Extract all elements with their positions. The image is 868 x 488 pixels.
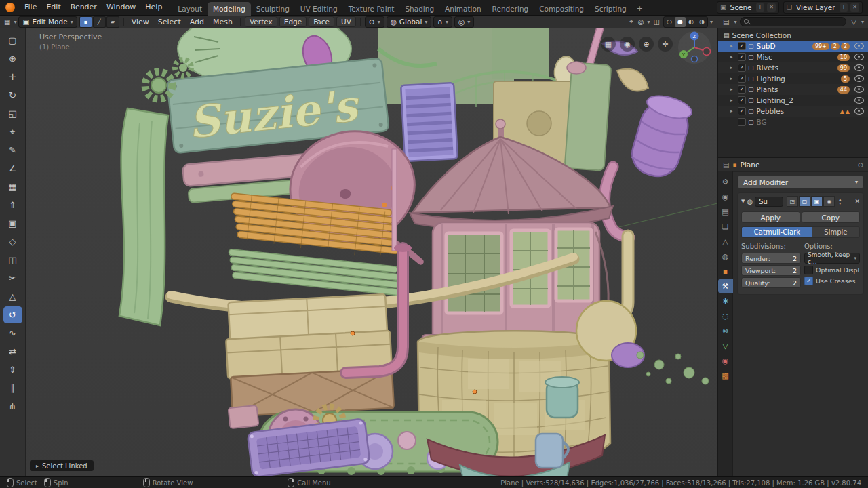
pin-icon[interactable]: ⊙: [858, 161, 863, 169]
properties-tab-render[interactable]: ◉: [718, 190, 733, 203]
outliner-item-pebbles[interactable]: ▸ ✓ ▢ Pebbles ▲ ▲: [718, 106, 868, 117]
editor-type-icon[interactable]: ▦: [3, 18, 12, 26]
overlays-toggle-icon[interactable]: ◎: [637, 18, 646, 26]
properties-tab-constraints[interactable]: ⊗: [718, 324, 733, 338]
viewport-canvas[interactable]: Suzie's: [26, 28, 717, 476]
edge-select-button[interactable]: ╱: [93, 16, 106, 28]
menu-render[interactable]: Render: [66, 0, 102, 15]
workspace-tab-sculpting[interactable]: Sculpting: [251, 2, 295, 16]
unlink-scene-button[interactable]: ✕: [767, 3, 776, 12]
crates[interactable]: [224, 294, 393, 416]
proportional-editing-dropdown[interactable]: ◎ ▾: [454, 16, 474, 28]
use-creases-checkbox[interactable]: ✓: [804, 277, 813, 285]
view-layer-selector[interactable]: ❏ View Layer + ✕: [783, 1, 863, 14]
optimal-display-checkbox[interactable]: [804, 266, 813, 274]
tan-horn[interactable]: [617, 69, 648, 92]
tool-loop-cut[interactable]: ◫: [3, 251, 22, 268]
outliner-search-input[interactable]: [740, 17, 846, 26]
visibility-eye-icon[interactable]: [854, 54, 864, 60]
properties-tab-physics[interactable]: ◌: [718, 309, 733, 323]
tool-cursor[interactable]: ⊕: [3, 50, 22, 67]
menu-select[interactable]: Select: [155, 18, 184, 26]
visibility-eye-icon[interactable]: [854, 64, 864, 71]
editor-type-chevron-icon[interactable]: ▾: [14, 19, 16, 25]
menu-add[interactable]: Add: [186, 18, 208, 26]
menu-window[interactable]: Window: [102, 0, 140, 15]
outliner-item-rivets[interactable]: ▸ ✓ ▢ Rivets 99: [718, 62, 868, 73]
checkbox[interactable]: ✓: [738, 96, 746, 104]
properties-tab-output[interactable]: ▤: [718, 205, 733, 218]
checkbox[interactable]: ✓: [738, 64, 746, 72]
tool-extrude-region[interactable]: ⇑: [3, 197, 22, 214]
new-view-layer-button[interactable]: +: [840, 3, 848, 12]
workspace-tab-scripting[interactable]: Scripting: [589, 2, 632, 16]
shading-wireframe-icon[interactable]: ○: [664, 17, 675, 27]
outliner-item-misc[interactable]: ▸ ✓ ▢ Misc 10: [718, 52, 868, 62]
navigation-gizmo[interactable]: Z Y: [677, 30, 712, 65]
blender-logo-icon[interactable]: [5, 3, 15, 12]
workspace-tab-animation[interactable]: Animation: [439, 2, 487, 16]
show-in-editmode-toggle[interactable]: ▢: [799, 196, 810, 207]
overlays-chevron-icon[interactable]: ▾: [648, 19, 650, 25]
expand-icon[interactable]: ▸: [730, 98, 736, 103]
menu-vertex[interactable]: Vertex: [245, 16, 277, 27]
menu-edit[interactable]: Edit: [41, 0, 65, 15]
purple-cylinder[interactable]: [627, 92, 695, 182]
tool-rotate[interactable]: ↻: [3, 87, 22, 104]
show-on-cage-toggle[interactable]: ◳: [787, 196, 798, 207]
tool-poly-build[interactable]: △: [3, 288, 22, 305]
properties-tab-scene[interactable]: △: [718, 235, 733, 248]
properties-editor-icon[interactable]: ▤: [723, 161, 729, 169]
tool-spin[interactable]: ↺: [3, 306, 22, 323]
mode-dropdown[interactable]: ▣ Edit Mode ▾: [18, 16, 77, 28]
tool-move[interactable]: ✛: [3, 68, 22, 85]
properties-tab-view-layer[interactable]: ❏: [718, 220, 733, 233]
simple-option[interactable]: Simple: [812, 227, 859, 237]
tool-bevel[interactable]: ◇: [3, 233, 22, 250]
orientation-dropdown[interactable]: ◍ Global ▾: [387, 16, 432, 28]
pebble-debris[interactable]: [637, 352, 709, 384]
modifier-panel-header[interactable]: ▼ ◍ Su ◳ ▢ ▣ ◉ ▴▾ ✕: [741, 195, 860, 207]
3d-viewport[interactable]: Suzie's: [26, 28, 717, 476]
workspace-tab-rendering[interactable]: Rendering: [487, 2, 534, 16]
add-workspace-button[interactable]: +: [632, 1, 648, 16]
tool-scale[interactable]: ◱: [3, 105, 22, 122]
visibility-eye-icon[interactable]: [854, 108, 864, 115]
properties-tab-modifiers[interactable]: ⚒: [718, 279, 733, 293]
outliner-item-lighting-2[interactable]: ▸ ✓ ▢ Lighting_2: [718, 95, 868, 106]
properties-tab-object[interactable]: ▪: [718, 264, 733, 278]
properties-tab-material[interactable]: ◉: [718, 354, 733, 367]
expand-icon[interactable]: ▸: [730, 108, 736, 114]
menu-edge[interactable]: Edge: [279, 16, 307, 27]
blue-cup[interactable]: [536, 434, 568, 468]
menu-face[interactable]: Face: [309, 16, 334, 27]
workspace-tab-modeling[interactable]: Modeling: [208, 2, 251, 16]
tool-measure[interactable]: ∠: [3, 160, 22, 177]
xray-toggle-icon[interactable]: ◫: [652, 18, 661, 26]
remove-view-layer-button[interactable]: ✕: [850, 3, 859, 12]
workspace-tab-texture-paint[interactable]: Texture Paint: [343, 2, 400, 16]
tool-shear[interactable]: ∥: [3, 380, 22, 396]
shading-rendered-icon[interactable]: ◑: [696, 17, 707, 27]
visibility-eye-icon[interactable]: [854, 75, 864, 82]
vertex-select-button[interactable]: ▪: [79, 16, 92, 28]
gizmos-toggle-icon[interactable]: ⌖: [628, 18, 635, 26]
tool-smooth[interactable]: ∿: [3, 325, 22, 342]
modifier-name-field[interactable]: Su: [755, 197, 783, 207]
viewport-subdivisions-field[interactable]: Viewport: 2: [741, 265, 801, 276]
green-chimney[interactable]: [565, 62, 612, 171]
expand-icon[interactable]: ▸: [730, 43, 736, 49]
outliner-item-lighting[interactable]: ▸ ✓ ▢ Lighting 5: [718, 73, 868, 84]
checkbox[interactable]: ✓: [738, 53, 746, 61]
visibility-eye-icon[interactable]: [854, 43, 864, 49]
scene-selector[interactable]: ▣ Scene + ✕: [717, 1, 779, 14]
catmull-clark-option[interactable]: Catmull-Clark: [742, 227, 812, 237]
tool-transform[interactable]: ⌖: [3, 123, 22, 140]
properties-tab-particles[interactable]: ✱: [718, 294, 733, 308]
expand-icon[interactable]: ▸: [730, 65, 736, 70]
tool-shrink-fatten[interactable]: ⇕: [3, 361, 22, 378]
shading-solid-icon[interactable]: ●: [675, 17, 686, 27]
expand-icon[interactable]: ▸: [730, 54, 736, 60]
new-scene-button[interactable]: +: [756, 3, 765, 12]
tool-edge-slide[interactable]: ⇄: [3, 343, 22, 360]
